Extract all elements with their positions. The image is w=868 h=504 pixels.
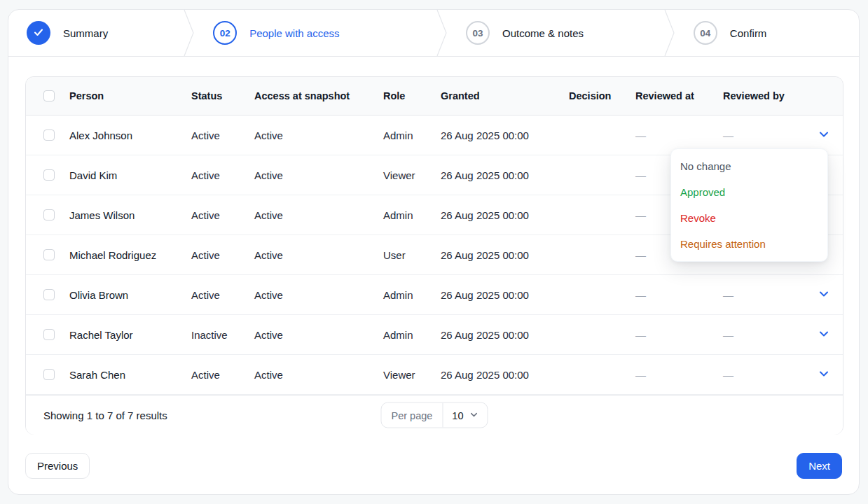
row-checkbox[interactable] (43, 169, 55, 181)
decision-dropdown-toggle[interactable] (815, 326, 832, 343)
cell-reviewed-at: — (635, 130, 723, 141)
column-header-reviewed-by: Reviewed by (723, 90, 815, 102)
cell-granted: 26 Aug 2025 00:00 (441, 249, 569, 261)
previous-button[interactable]: Previous (25, 453, 90, 479)
row-checkbox[interactable] (43, 249, 55, 260)
step-outcome-label: Outcome & notes (502, 27, 584, 39)
column-header-granted: Granted (441, 90, 569, 102)
row-checkbox[interactable] (43, 369, 55, 380)
row-checkbox[interactable] (43, 329, 55, 340)
cell-access: Active (254, 249, 383, 261)
decision-dropdown-toggle[interactable] (815, 286, 832, 303)
cell-granted: 26 Aug 2025 00:00 (441, 130, 569, 141)
check-icon (32, 26, 45, 41)
table-header-row: Person Status Access at snapshot Role Gr… (26, 77, 843, 115)
step-confirm-number: 04 (700, 28, 710, 38)
cell-status: Active (191, 130, 254, 141)
column-header-reviewed-at: Reviewed at (635, 90, 723, 102)
cell-granted: 26 Aug 2025 00:00 (441, 209, 569, 221)
cell-person: Alex Johnson (69, 130, 191, 141)
cell-role: User (383, 249, 441, 261)
column-header-access: Access at snapshot (254, 90, 383, 102)
step-people-number: 02 (220, 28, 230, 38)
cell-access: Active (254, 369, 383, 381)
step-summary-indicator (27, 21, 50, 45)
chevron-down-icon (818, 328, 829, 342)
wizard-card: Summary 02 People with access 03 Outcome… (8, 9, 860, 495)
cell-granted: 26 Aug 2025 00:00 (441, 289, 569, 301)
decision-menu: No change Approved Revoke Requires atten… (670, 148, 828, 262)
menu-item-approved[interactable]: Approved (671, 179, 827, 205)
step-people-with-access[interactable]: 02 People with access (195, 10, 436, 56)
step-outcome-notes[interactable]: 03 Outcome & notes (448, 10, 664, 56)
step-people-label: People with access (249, 27, 339, 39)
cell-reviewed-at: — (635, 289, 723, 301)
cell-reviewed-by: — (723, 329, 815, 341)
cell-status: Active (191, 289, 254, 301)
cell-status: Active (191, 249, 254, 261)
table-row: Rachel Taylor Inactive Active Admin 26 A… (26, 315, 843, 355)
cell-person: Rachel Taylor (69, 329, 191, 341)
cell-access: Active (254, 209, 383, 221)
cell-status: Inactive (191, 329, 254, 341)
cell-granted: 26 Aug 2025 00:00 (441, 329, 569, 341)
cell-role: Admin (383, 329, 441, 341)
column-header-role: Role (383, 90, 441, 102)
step-confirm-indicator: 04 (694, 21, 717, 45)
cell-status: Active (191, 209, 254, 221)
stepper-chevron-separator-icon (436, 10, 448, 56)
results-summary: Showing 1 to 7 of 7 results (43, 410, 167, 421)
row-checkbox[interactable] (43, 130, 55, 141)
per-page-label: Per page (382, 403, 443, 428)
next-button[interactable]: Next (797, 453, 842, 479)
cell-reviewed-by: — (723, 289, 815, 301)
cell-reviewed-by: — (723, 130, 815, 141)
menu-item-revoke[interactable]: Revoke (671, 205, 827, 231)
cell-role: Viewer (383, 369, 441, 381)
menu-item-no-change[interactable]: No change (671, 153, 827, 179)
people-access-table: Person Status Access at snapshot Role Gr… (25, 76, 843, 435)
cell-role: Admin (383, 289, 441, 301)
decision-dropdown-toggle[interactable] (815, 366, 832, 383)
column-header-status: Status (191, 90, 254, 102)
column-header-person: Person (69, 90, 191, 102)
step-confirm[interactable]: 04 Confirm (675, 10, 859, 56)
column-header-decision: Decision (569, 90, 635, 102)
cell-role: Admin (383, 130, 441, 141)
per-page-select[interactable]: Per page 10 (381, 402, 488, 428)
table-row: Sarah Chen Active Active Viewer 26 Aug 2… (26, 355, 843, 395)
step-confirm-label: Confirm (730, 27, 767, 39)
wizard-nav: Previous Next (25, 453, 842, 479)
cell-granted: 26 Aug 2025 00:00 (441, 369, 569, 381)
wizard-stepper: Summary 02 People with access 03 Outcome… (8, 10, 859, 57)
chevron-down-icon (818, 368, 829, 382)
cell-reviewed-at: — (635, 369, 723, 381)
per-page-value: 10 (452, 410, 463, 421)
wizard-content: Person Status Access at snapshot Role Gr… (8, 57, 859, 496)
cell-role: Viewer (383, 169, 441, 181)
cell-person: James Wilson (69, 209, 191, 221)
cell-access: Active (254, 289, 383, 301)
table-footer: Showing 1 to 7 of 7 results Per page 10 (26, 395, 843, 435)
row-checkbox[interactable] (43, 209, 55, 220)
decision-dropdown-toggle[interactable] (815, 127, 832, 144)
cell-reviewed-at: — (635, 329, 723, 341)
chevron-down-icon (818, 288, 829, 302)
select-all-checkbox[interactable] (43, 90, 55, 102)
cell-access: Active (254, 130, 383, 141)
chevron-down-icon (470, 410, 478, 421)
row-checkbox[interactable] (43, 289, 55, 300)
cell-person: Sarah Chen (69, 369, 191, 381)
cell-person: David Kim (69, 169, 191, 181)
chevron-down-icon (818, 129, 829, 142)
cell-status: Active (191, 169, 254, 181)
step-outcome-indicator: 03 (466, 21, 490, 45)
cell-person: Michael Rodriguez (69, 249, 191, 261)
cell-granted: 26 Aug 2025 00:00 (441, 169, 569, 181)
stepper-chevron-separator-icon (184, 10, 195, 56)
step-people-indicator: 02 (213, 21, 237, 45)
cell-access: Active (254, 169, 383, 181)
cell-access: Active (254, 329, 383, 341)
menu-item-requires-attention[interactable]: Requires attention (671, 231, 827, 257)
step-summary[interactable]: Summary (8, 10, 184, 56)
